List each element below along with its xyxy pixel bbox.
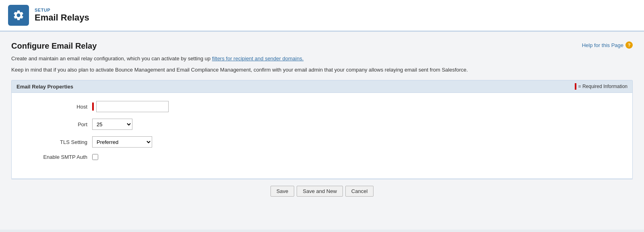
app-icon [8, 5, 29, 26]
save-button[interactable]: Save [270, 186, 295, 197]
required-bar-icon [575, 83, 576, 90]
port-select[interactable]: 25 587 465 [92, 119, 132, 130]
form-body: Host Port 25 587 465 TLS [12, 93, 632, 179]
help-link-text: Help for this Page [582, 42, 623, 48]
save-and-new-button[interactable]: Save and New [297, 186, 343, 197]
help-link[interactable]: Help for this Page ? [582, 41, 633, 49]
port-row: Port 25 587 465 [20, 119, 624, 130]
tls-select[interactable]: None Preferred Required Required - Verif… [92, 136, 152, 148]
host-row: Host [20, 101, 624, 112]
page-header: Configure Email Relay Help for this Page… [11, 41, 633, 51]
header-text: SETUP Email Relays [35, 8, 89, 23]
required-info-text: = Required Information [578, 84, 627, 89]
help-icon: ? [625, 41, 633, 49]
cancel-button[interactable]: Cancel [345, 186, 374, 197]
tls-row: TLS Setting None Preferred Required Requ… [20, 136, 624, 148]
host-label: Host [20, 104, 92, 110]
header: SETUP Email Relays [0, 0, 644, 32]
form-footer: Save Save and New Cancel [11, 179, 633, 203]
host-input[interactable] [96, 101, 169, 112]
tls-control: None Preferred Required Required - Verif… [92, 136, 152, 148]
description1-link[interactable]: filters for recipient and sender domains… [212, 55, 304, 62]
description1: Create and maintain an email relay confi… [11, 55, 633, 63]
smtp-label: Enable SMTP Auth [20, 154, 92, 160]
smtp-control [92, 154, 98, 160]
port-control: 25 587 465 [92, 119, 132, 130]
setup-label: SETUP [35, 8, 89, 12]
gear-icon [12, 9, 25, 21]
host-required-indicator [92, 103, 94, 111]
section-title: Email Relay Properties [17, 84, 73, 90]
port-label: Port [20, 121, 92, 127]
smtp-row: Enable SMTP Auth [20, 154, 624, 160]
form-section: Email Relay Properties = Required Inform… [11, 80, 633, 179]
main-content: Configure Email Relay Help for this Page… [0, 32, 644, 230]
smtp-checkbox[interactable] [92, 154, 98, 160]
host-control [92, 101, 169, 112]
required-info: = Required Information [575, 83, 627, 90]
page-title: Configure Email Relay [11, 41, 97, 51]
description1-prefix: Create and maintain an email relay confi… [11, 55, 212, 62]
tls-label: TLS Setting [20, 139, 92, 145]
bounce-note: Keep in mind that if you also plan to ac… [11, 66, 633, 74]
form-section-header: Email Relay Properties = Required Inform… [12, 80, 632, 93]
header-title: Email Relays [35, 12, 89, 23]
